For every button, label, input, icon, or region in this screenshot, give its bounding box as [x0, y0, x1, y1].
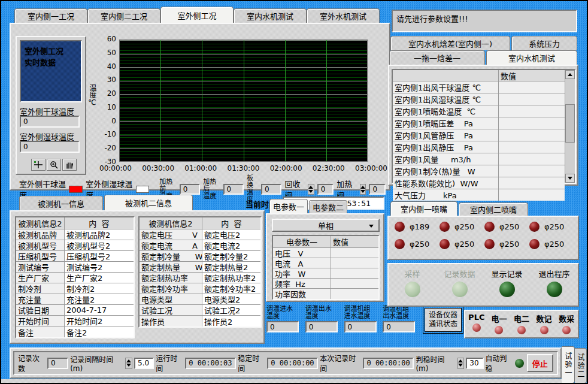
row-value — [331, 258, 378, 268]
judge-time-spinner[interactable] — [457, 358, 465, 369]
row-label: 备注 — [16, 326, 64, 337]
water-label-line2: 进水温度 — [344, 313, 379, 320]
daq-status-label: 数采 — [559, 313, 574, 324]
tab-outdoor-condition[interactable]: 室外侧工况 — [160, 7, 234, 23]
table-scrollbar[interactable] — [565, 70, 575, 183]
realtime-title-line2: 实时数据 — [25, 56, 77, 68]
content-column-header: 内 容 — [64, 217, 134, 229]
row-value[interactable]: 额定制冷功率2 — [202, 283, 260, 294]
recovery-valve-value[interactable]: 0 — [317, 184, 334, 195]
tab-electric-params-2[interactable]: 电参数二 — [309, 200, 347, 213]
row-value[interactable]: 制冷剂2 — [64, 283, 134, 294]
table-row: 开始时间开始时间2 — [16, 316, 134, 326]
spin-up-icon[interactable] — [308, 186, 313, 189]
scrollbar-thumb[interactable] — [565, 104, 575, 143]
row-value[interactable]: 额定制热功率2 — [202, 273, 260, 283]
nozzle-size-label: φ189 — [410, 222, 429, 231]
spin-up-icon[interactable] — [458, 359, 463, 362]
row-value[interactable]: 被测机品牌2 — [64, 229, 134, 240]
spin-down-icon[interactable] — [126, 364, 131, 367]
power1-status-led — [495, 326, 503, 334]
row-value[interactable]: 操作员2 — [202, 316, 260, 326]
row-value — [331, 268, 378, 278]
status-led-group: 电二 — [510, 313, 533, 335]
record-interval-value[interactable]: 5.0 — [134, 358, 154, 369]
stability-judge-time-value[interactable]: 30 — [466, 358, 483, 369]
table-row: 额定电压 V额定电压2 — [140, 229, 260, 240]
datalogger-status-led — [540, 326, 548, 334]
nozzle-size-label: φ250 — [499, 222, 519, 231]
tab-label: 一拖一焓差一 — [414, 52, 460, 64]
zoom-tool-icon[interactable] — [47, 159, 61, 171]
sample-button[interactable] — [405, 282, 420, 297]
crosshair-tool-icon[interactable] — [31, 159, 46, 171]
row-value[interactable]: 试验工况2 — [202, 305, 260, 315]
tab-label: 室内水机测试 — [508, 52, 555, 64]
row-value[interactable]: 充注量2 — [64, 294, 134, 304]
chart-y-ticks: 60 50 40 30 20 10 0 -10 -20 -30 — [95, 35, 116, 166]
row-value[interactable]: 备注2 — [64, 326, 134, 337]
tab-test-2[interactable]: 试验二 — [575, 348, 587, 383]
scroll-down-icon[interactable] — [565, 174, 575, 183]
row-label: 操作员 — [140, 316, 202, 326]
table-row: 被测机品牌被测机品牌2 — [16, 229, 134, 240]
row-label: 电流 A — [273, 258, 331, 268]
row-value[interactable]: 开始时间2 — [64, 316, 134, 326]
device-comm-status-button[interactable]: 设备仪器 通讯状态 — [425, 308, 462, 332]
tab-indoor-water-machine-test[interactable]: 室内水机测试 — [486, 50, 577, 65]
tab-system-pressure[interactable]: 系统压力 — [511, 36, 577, 50]
nozzle-item: φ189 — [395, 222, 440, 232]
water-temp-group: 调温机组 出水温度 0 — [383, 306, 417, 332]
tab-one-drag-one-enthalpy[interactable]: 一拖一焓差一 — [389, 50, 485, 65]
tab-test-1[interactable]: 试验一 — [562, 346, 575, 383]
tab-unit1-info[interactable]: 被测机一信息 — [19, 196, 103, 210]
spin-down-icon[interactable] — [308, 190, 313, 193]
row-label: 室内侧1喷嘴处温度 ℃ — [393, 105, 498, 117]
spin-down-icon[interactable] — [360, 190, 365, 193]
tab-indoor-water-test[interactable]: 室内水机测试 — [234, 8, 307, 23]
tab-indoor2-condition[interactable]: 室内侧二工况 — [87, 8, 160, 23]
scroll-up-icon[interactable] — [565, 70, 575, 79]
tab-outdoor-water-test[interactable]: 室外水机测试 — [307, 8, 380, 23]
tab-indoor1-condition[interactable]: 室内侧一工况 — [14, 8, 87, 23]
tab-nozzle-indoor2[interactable]: 室内侧二喷嘴 — [459, 202, 528, 216]
spin-up-icon[interactable] — [126, 359, 131, 362]
heating-valve-spinner[interactable] — [360, 184, 366, 195]
row-value[interactable]: 被测机型号2 — [64, 240, 134, 250]
exit-program-button[interactable] — [547, 282, 562, 297]
water-temp-value: 0 — [344, 321, 377, 332]
recovery-valve-spinner[interactable] — [308, 184, 314, 195]
y-tick: 10 — [107, 103, 116, 111]
row-value[interactable]: 电源类型2 — [202, 294, 260, 304]
row-value[interactable]: 额定制冷量2 — [202, 251, 260, 261]
interval-spinner[interactable] — [125, 358, 132, 369]
spin-down-icon[interactable] — [458, 364, 463, 367]
show-records-button[interactable] — [499, 282, 515, 297]
row-value[interactable]: 额定电压2 — [202, 229, 260, 240]
status-led-group: 数采 — [555, 313, 578, 335]
row-value[interactable]: 2004-7-17 — [64, 305, 134, 315]
nozzle-item: φ250 — [484, 239, 529, 249]
label-line: 加热前 — [159, 178, 172, 193]
status-led-group: PLC — [465, 313, 488, 335]
spin-up-icon[interactable] — [360, 186, 365, 189]
app-window: 室内侧一工况 室内侧二工况 室外侧工况 室内水机测试 室外水机测试 室外侧工况 … — [0, 0, 588, 384]
nozzle-led — [395, 239, 405, 249]
row-value[interactable]: 生产厂家2 — [64, 273, 134, 283]
row-value[interactable]: 额定制热量2 — [202, 262, 260, 272]
table-row: 室内侧1制冷(热)量 W — [393, 165, 565, 177]
phase-dropdown[interactable]: 单相 — [272, 219, 380, 232]
tab-electric-params-1[interactable]: 电参数一 — [269, 199, 308, 213]
row-value[interactable]: 压缩机型号2 — [64, 251, 134, 261]
tab-indoor-water-enthalpy[interactable]: 室内水机焓差(室内侧一) — [390, 36, 510, 50]
row-label: 充注量 — [16, 294, 64, 304]
tab-nozzle-indoor1[interactable]: 室内侧一喷嘴 — [390, 201, 457, 216]
heating-valve-value[interactable]: 0 — [369, 184, 386, 195]
pan-hand-tool-icon[interactable] — [62, 159, 77, 171]
stop-button[interactable]: 停止 — [527, 354, 553, 372]
row-value[interactable]: 测试编号2 — [64, 262, 134, 272]
record-data-button[interactable] — [452, 282, 468, 297]
unit-info-table-1: 被测机信息2 内 容 被测机品牌被测机品牌2 被测机型号被测机型号2 压缩机型号… — [15, 216, 135, 338]
tab-unit2-info[interactable]: 被测机二信息 — [104, 195, 193, 210]
row-value[interactable]: 额定电流2 — [202, 240, 260, 250]
